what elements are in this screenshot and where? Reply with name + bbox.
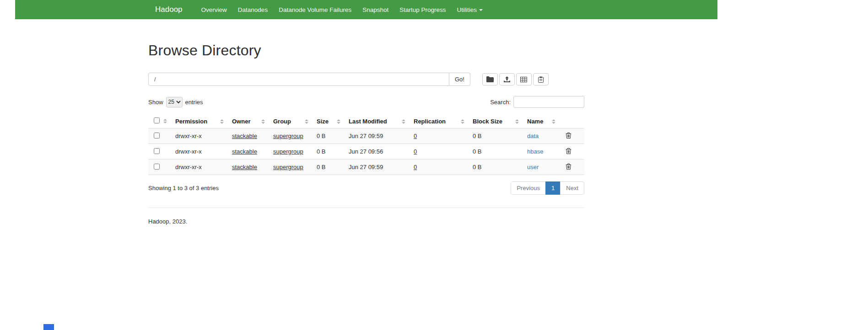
cell-actions xyxy=(564,128,584,144)
col-actions xyxy=(564,114,584,128)
sort-icon[interactable] xyxy=(461,119,464,124)
sort-icon[interactable] xyxy=(163,119,167,123)
col-last-modified[interactable]: Last Modified xyxy=(349,114,414,128)
clipboard-button[interactable] xyxy=(533,73,549,85)
folder-button[interactable] xyxy=(482,73,498,85)
nav-overview[interactable]: Overview xyxy=(196,6,232,13)
main-content: Browse Directory Go! Show xyxy=(148,42,584,225)
cell-actions xyxy=(564,144,584,160)
nav-snapshot[interactable]: Snapshot xyxy=(357,6,394,13)
cell-size: 0 B xyxy=(317,128,349,144)
col-group-label: Group xyxy=(273,118,291,125)
navbar-inner: Hadoop Overview Datanodes Datanode Volum… xyxy=(148,0,584,19)
col-select-all xyxy=(148,114,175,128)
taskbar-artifact xyxy=(43,324,54,330)
search-control: Search: xyxy=(490,96,584,108)
nav-utilities-label: Utilities xyxy=(457,6,477,13)
next-page-button[interactable]: Next xyxy=(560,181,584,195)
row-checkbox[interactable] xyxy=(154,164,160,170)
nav-datanodes[interactable]: Datanodes xyxy=(232,6,273,13)
table-header-row: Permission Owner Group Size Last Modifie… xyxy=(148,114,584,128)
row-checkbox[interactable] xyxy=(154,148,160,154)
sort-icon[interactable] xyxy=(305,119,308,124)
path-input[interactable] xyxy=(148,73,449,86)
col-replication[interactable]: Replication xyxy=(414,114,473,128)
table-row: drwxr-xr-x stackable supergroup 0 B Jun … xyxy=(148,144,584,160)
delete-button[interactable] xyxy=(564,148,573,155)
row-checkbox[interactable] xyxy=(154,133,160,138)
search-label: Search: xyxy=(490,99,511,106)
page-1-button[interactable]: 1 xyxy=(545,181,561,195)
col-group[interactable]: Group xyxy=(273,114,317,128)
upload-button[interactable] xyxy=(499,73,515,85)
previous-page-button[interactable]: Previous xyxy=(511,181,546,195)
directory-link[interactable]: hbase xyxy=(527,148,543,155)
cell-select xyxy=(148,144,175,160)
entries-select[interactable]: 25 xyxy=(166,97,183,107)
cell-select xyxy=(148,128,175,144)
sort-icon[interactable] xyxy=(220,119,224,124)
select-all-checkbox[interactable] xyxy=(154,117,160,123)
cell-permission: drwxr-xr-x xyxy=(175,128,232,144)
table-controls: Show 25 entries Search: xyxy=(148,96,584,108)
cell-name: user xyxy=(527,160,564,175)
cell-name: data xyxy=(527,128,564,144)
pagination: Previous 1 Next xyxy=(511,181,584,195)
cell-group: supergroup xyxy=(273,144,317,160)
cell-select xyxy=(148,160,175,175)
path-bar: Go! xyxy=(148,73,584,86)
sort-icon[interactable] xyxy=(261,119,265,124)
owner-link[interactable]: stackable xyxy=(232,133,257,139)
search-input[interactable] xyxy=(513,96,584,108)
page-title: Browse Directory xyxy=(148,42,584,59)
replication-link[interactable]: 0 xyxy=(414,133,417,139)
nav-datanode-volume-failures[interactable]: Datanode Volume Failures xyxy=(273,6,357,13)
col-owner[interactable]: Owner xyxy=(232,114,273,128)
cell-owner: stackable xyxy=(232,160,273,175)
sort-icon[interactable] xyxy=(402,119,405,124)
sort-icon[interactable] xyxy=(552,119,555,124)
col-name[interactable]: Name xyxy=(527,114,564,128)
cell-block-size: 0 B xyxy=(473,128,527,144)
folder-icon xyxy=(486,76,494,82)
entries-summary: Showing 1 to 3 of 3 entries xyxy=(148,185,219,192)
cell-last-modified: Jun 27 09:59 xyxy=(349,128,414,144)
cell-actions xyxy=(564,160,584,175)
cell-size: 0 B xyxy=(317,144,349,160)
nav-startup-progress[interactable]: Startup Progress xyxy=(394,6,451,13)
delete-button[interactable] xyxy=(564,163,573,171)
footer-text: Hadoop, 2023. xyxy=(148,218,584,225)
col-permission[interactable]: Permission xyxy=(175,114,232,128)
directory-link[interactable]: data xyxy=(527,133,539,139)
owner-link[interactable]: stackable xyxy=(232,148,257,155)
group-link[interactable]: supergroup xyxy=(273,164,303,170)
grid-button[interactable] xyxy=(516,73,532,85)
sort-icon[interactable] xyxy=(515,119,519,124)
navbar-brand[interactable]: Hadoop xyxy=(148,5,189,14)
replication-link[interactable]: 0 xyxy=(414,164,417,170)
col-block-size[interactable]: Block Size xyxy=(473,114,527,128)
cell-size: 0 B xyxy=(317,160,349,175)
cell-replication: 0 xyxy=(414,144,473,160)
replication-link[interactable]: 0 xyxy=(414,148,417,155)
footer-divider xyxy=(148,208,584,208)
cell-replication: 0 xyxy=(414,128,473,144)
directory-table: Permission Owner Group Size Last Modifie… xyxy=(148,114,584,175)
go-button[interactable]: Go! xyxy=(449,73,470,86)
trash-icon xyxy=(566,148,571,154)
group-link[interactable]: supergroup xyxy=(273,133,303,139)
col-last-modified-label: Last Modified xyxy=(349,118,387,125)
cell-group: supergroup xyxy=(273,128,317,144)
entries-label: entries xyxy=(185,99,203,106)
cell-owner: stackable xyxy=(232,144,273,160)
sort-icon[interactable] xyxy=(337,119,340,124)
delete-button[interactable] xyxy=(564,132,573,140)
caret-down-icon xyxy=(479,9,483,11)
cell-replication: 0 xyxy=(414,160,473,175)
directory-link[interactable]: user xyxy=(527,164,539,170)
owner-link[interactable]: stackable xyxy=(232,164,257,170)
group-link[interactable]: supergroup xyxy=(273,148,303,155)
col-size[interactable]: Size xyxy=(317,114,349,128)
nav-utilities[interactable]: Utilities xyxy=(452,6,489,13)
top-navbar: Hadoop Overview Datanodes Datanode Volum… xyxy=(15,0,717,19)
